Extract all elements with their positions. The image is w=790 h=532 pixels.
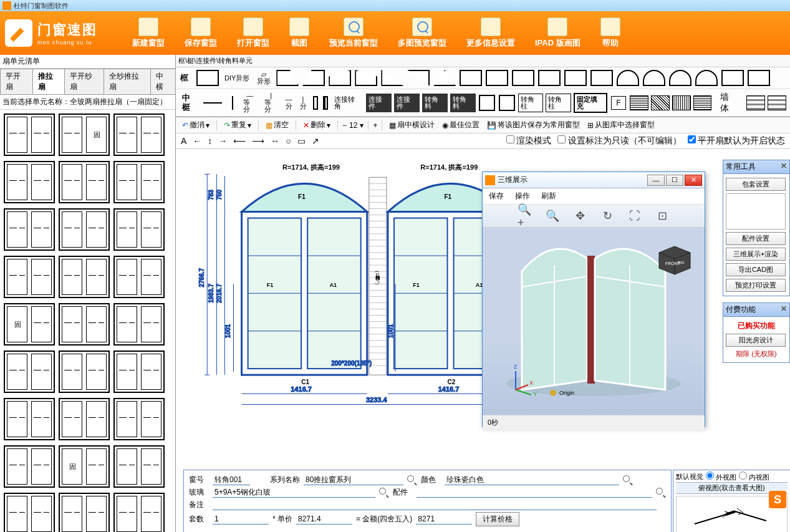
shape[interactable] xyxy=(590,70,613,86)
door-template[interactable] xyxy=(113,161,165,203)
shape-rect[interactable] xyxy=(196,70,219,86)
boli-input[interactable] xyxy=(213,487,375,498)
door-template[interactable] xyxy=(113,114,165,156)
delete-btn[interactable]: ✕删除▾ xyxy=(301,119,333,131)
shape[interactable] xyxy=(323,96,328,110)
shape[interactable] xyxy=(748,70,770,86)
fen-v-btn[interactable]: |分 xyxy=(297,94,309,112)
shape[interactable] xyxy=(355,70,377,86)
door-template[interactable] xyxy=(4,256,55,298)
shape[interactable] xyxy=(313,96,318,110)
lianjiejian2-btn[interactable]: 连接件 xyxy=(394,94,420,112)
f-btn[interactable]: F xyxy=(611,96,626,110)
peijian-btn[interactable]: 配件设置 xyxy=(726,232,786,245)
fen-btn[interactable]: —分 xyxy=(283,94,295,112)
viewer-titlebar[interactable]: 三维展示 — ☐ ✕ xyxy=(483,172,705,188)
daochu-btn[interactable]: 导出CAD图 xyxy=(726,263,786,276)
yangguang-btn[interactable]: 阳光房设计 xyxy=(726,334,786,347)
hatch[interactable] xyxy=(630,95,648,110)
shape[interactable] xyxy=(512,70,534,86)
minus-btn[interactable]: − xyxy=(342,121,347,130)
zhuanjiao-btn[interactable]: 转角料 xyxy=(422,94,448,112)
sogou-ime-icon[interactable]: S xyxy=(769,491,786,508)
shape[interactable] xyxy=(538,70,561,86)
undo-btn[interactable]: ↶撤消▾ xyxy=(180,119,212,131)
viewer-3d-window[interactable]: 三维展示 — ☐ ✕ 保存 操作 刷新 🔍+ 🔍 ✥ ↻ ⛶ ⊡ xyxy=(482,172,705,427)
tab-pingkaisha[interactable]: 平开纱扇 xyxy=(64,69,104,94)
shape[interactable] xyxy=(564,70,587,86)
default-open-chk[interactable]: 平开扇默认为开启状态 xyxy=(688,135,785,147)
chuanghao-input[interactable] xyxy=(213,475,250,485)
redo-btn[interactable]: ↷重复▾ xyxy=(221,119,254,131)
door-template[interactable] xyxy=(59,493,110,532)
door-template[interactable] xyxy=(113,445,165,488)
search-icon[interactable] xyxy=(379,488,389,498)
peijian-input[interactable] xyxy=(417,487,652,498)
door-grid[interactable] xyxy=(0,110,175,532)
beizhu-input[interactable] xyxy=(213,500,657,510)
tool-arrow[interactable]: ↔ xyxy=(271,136,279,146)
tb-preview[interactable]: 预览当前窗型 xyxy=(329,17,378,49)
zoom-in-icon[interactable]: 🔍+ xyxy=(518,208,532,223)
search-icon[interactable] xyxy=(407,475,417,485)
tb-screenshot[interactable]: 截图 xyxy=(289,17,309,49)
door-template[interactable] xyxy=(4,493,55,532)
size-dd[interactable]: ▾ xyxy=(360,121,364,130)
shape[interactable] xyxy=(721,70,744,86)
zhuanjiao2-btn[interactable]: 转角料 xyxy=(450,94,476,112)
door-template[interactable] xyxy=(113,208,165,251)
door-template[interactable] xyxy=(59,256,110,298)
close-icon[interactable]: ✕ xyxy=(781,304,787,315)
jine-input[interactable] xyxy=(416,514,472,525)
clear-btn[interactable]: ▦清空 xyxy=(263,119,291,131)
shape[interactable] xyxy=(499,95,515,111)
lianjie-zhuanjiao-btn[interactable]: 连接转角 xyxy=(332,94,364,112)
shape[interactable] xyxy=(329,70,351,86)
door-template[interactable] xyxy=(59,208,110,251)
render-chk[interactable]: 渲染模式 xyxy=(506,135,551,147)
shape-arc[interactable] xyxy=(669,70,691,86)
door-template[interactable] xyxy=(59,303,110,346)
wall-hatch[interactable] xyxy=(768,95,786,110)
door-template[interactable] xyxy=(113,351,165,393)
door-template[interactable] xyxy=(113,493,165,532)
dengfen-v-btn[interactable]: |等分 xyxy=(262,90,281,115)
tb-more-settings[interactable]: 更多信息设置 xyxy=(466,17,515,49)
hatch[interactable] xyxy=(672,95,691,110)
hatch[interactable] xyxy=(693,95,712,110)
tb-help[interactable]: 帮助 xyxy=(600,17,620,49)
zoom-icon[interactable]: 🔍 xyxy=(545,208,560,223)
danjia-input[interactable] xyxy=(296,514,352,525)
shape[interactable] xyxy=(302,70,325,86)
tab-zhongheng[interactable]: 中横 xyxy=(150,69,176,94)
tool-arrow[interactable]: → xyxy=(218,136,227,146)
expand-icon[interactable]: ⛶ xyxy=(627,208,642,223)
save-as-common-btn[interactable]: 💾将该图片保存为常用窗型 xyxy=(484,119,582,131)
tab-tuila[interactable]: 推拉扇 xyxy=(32,69,65,94)
baotao-btn[interactable]: 包套设置 xyxy=(726,178,786,191)
door-template[interactable] xyxy=(59,351,110,393)
minimize-btn[interactable]: — xyxy=(647,175,665,186)
door-template[interactable] xyxy=(113,398,165,440)
shan-design-btn[interactable]: ▦扇中横设计 xyxy=(387,119,437,131)
shape[interactable] xyxy=(407,70,430,86)
door-template[interactable] xyxy=(113,256,165,298)
line-shape[interactable] xyxy=(203,102,222,104)
door-template[interactable] xyxy=(4,351,55,393)
shape-yixing[interactable]: ▱异形 xyxy=(254,69,273,87)
viewer-render[interactable]: FRONT RIG Z Y X Origin xyxy=(483,228,705,415)
tb-multi-preview[interactable]: 多图预览窗型 xyxy=(398,17,446,49)
search-icon[interactable] xyxy=(623,475,633,485)
viewer-menu-save[interactable]: 保存 xyxy=(489,191,504,201)
tool-arrow[interactable]: ⟶ xyxy=(252,136,264,146)
door-template[interactable] xyxy=(4,208,55,251)
line-shape-v[interactable] xyxy=(232,96,233,110)
zhuanjiaozhu-btn[interactable]: 转角柱 xyxy=(518,94,544,112)
door-template[interactable] xyxy=(4,114,55,156)
door-template[interactable] xyxy=(113,303,165,346)
shape[interactable] xyxy=(276,70,299,86)
zhuanjiaozhu2-btn[interactable]: 转角柱 xyxy=(546,94,571,112)
search-icon[interactable] xyxy=(656,488,666,498)
xilie-input[interactable] xyxy=(304,475,403,485)
tool-rect[interactable]: ▭ xyxy=(297,136,306,146)
